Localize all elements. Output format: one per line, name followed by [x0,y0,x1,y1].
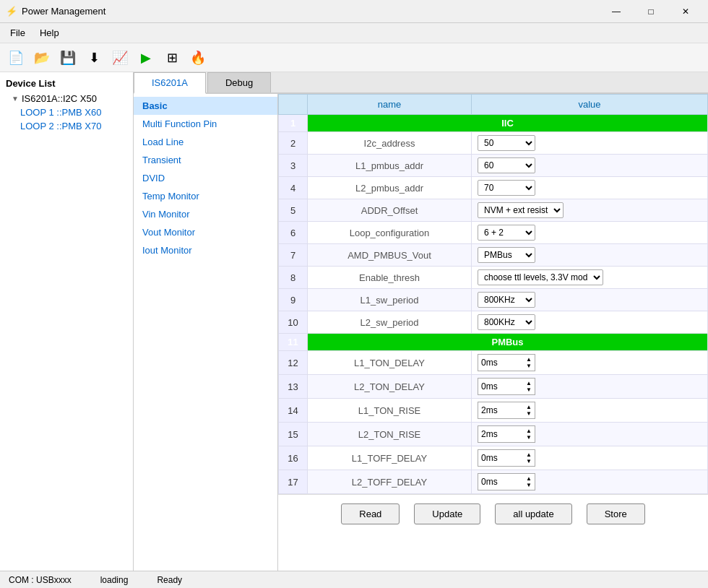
maximize-button[interactable]: □ [634,0,668,23]
device-label: IS6201A::I2C X50 [22,93,97,104]
grid-button[interactable]: ⊞ [160,46,184,69]
run-button[interactable]: ▶ [134,46,157,69]
select-Loop_configuration[interactable]: 6 + 26 + 0 [478,225,535,241]
bottom-bar: Read Update all update Store [278,494,708,533]
left-item-temp[interactable]: Temp Monitor [134,187,277,205]
chart-button[interactable]: 📈 [108,46,131,69]
select-AMD_PMBUS_Vout[interactable]: PMBusVID [478,247,535,263]
select-L1_pmbus_addr[interactable]: 606264 [478,157,535,173]
app-icon: ⚡ [6,6,17,17]
main-layout: Device List ▼ IS6201A::I2C X50 LOOP 1 ::… [0,72,708,571]
select-L1_sw_period[interactable]: 800KHz600KHz400KHz [478,292,535,308]
table-header: name value [279,95,708,115]
table-cell-value: 0ms ▲▼ [472,375,708,399]
left-item-vout[interactable]: Vout Monitor [134,223,277,241]
save-button[interactable]: 💾 [56,46,79,69]
select-ADDR_Offset[interactable]: NVM + ext resist [478,202,564,218]
table-cell-value: 0ms ▲▼ [472,446,708,470]
menu-file[interactable]: File [3,25,33,41]
store-button[interactable]: Store [587,503,645,524]
status-com: COM : USBxxxx [9,575,72,585]
spinbox-L1_TON_RISE[interactable]: 2ms ▲▼ [478,402,535,419]
menu-help[interactable]: Help [33,25,66,41]
table-cell-name: ADDR_Offset [308,199,472,222]
save-icon: 💾 [60,50,76,66]
table-cell-num: 7 [279,244,308,267]
table-cell-value: PMBusVID [472,244,708,267]
table-cell-value: 0ms ▲▼ [472,470,708,494]
select-L2_pmbus_addr[interactable]: 707274 [478,180,535,196]
update-button[interactable]: Update [414,503,480,524]
table-cell-name: L2_TOFF_DELAY [308,470,472,494]
spinbox-L2_TOFF_DELAY[interactable]: 0ms ▲▼ [478,473,535,490]
flash-icon: ⬇ [89,50,100,66]
table-cell-num: 17 [279,470,308,494]
left-item-basic[interactable]: Basic [134,97,277,115]
table-cell-num: 13 [279,375,308,399]
left-item-iout[interactable]: Iout Monitor [134,241,277,259]
spinbox-L1_TON_DELAY[interactable]: 0ms ▲▼ [478,354,535,371]
sidebar: Device List ▼ IS6201A::I2C X50 LOOP 1 ::… [0,72,134,571]
table-cell-header-name: PMBus [308,334,708,351]
table-cell-value: 707274 [472,177,708,199]
left-item-mfp[interactable]: Multi Function Pin [134,115,277,133]
status-bar: COM : USBxxxx loading Ready [0,571,708,588]
spinbox-L2_TON_DELAY[interactable]: 0ms ▲▼ [478,378,535,395]
new-icon: 📄 [8,50,24,66]
table-cell-value: choose ttl levels, 3.3V mod [472,267,708,289]
tree-loop1[interactable]: LOOP 1 ::PMB X60 [0,105,133,119]
left-item-vin[interactable]: Vin Monitor [134,205,277,223]
header-name: name [308,95,472,115]
table-cell-name: L1_sw_period [308,289,472,311]
tree-device[interactable]: ▼ IS6201A::I2C X50 [0,92,133,105]
table-cell-num: 6 [279,222,308,244]
open-button[interactable]: 📂 [30,46,53,69]
all-update-button[interactable]: all update [495,503,571,524]
table-cell-num: 16 [279,446,308,470]
tab-debug[interactable]: Debug [207,72,271,92]
content-area: IS6201A Debug Basic Multi Function Pin L… [134,72,708,571]
close-button[interactable]: ✕ [669,0,702,23]
flash-button[interactable]: ⬇ [82,46,105,69]
minimize-button[interactable]: — [600,0,633,23]
table-cell-name: Loop_configuration [308,222,472,244]
left-item-dvid[interactable]: DVID [134,169,277,187]
left-item-loadline[interactable]: Load Line [134,133,277,151]
table-cell-num: 2 [279,132,308,155]
table-cell-num: 14 [279,399,308,423]
table-cell-name: L1_TOFF_DELAY [308,446,472,470]
table-cell-value: 2ms ▲▼ [472,423,708,446]
table-cell-num: 11 [279,334,308,351]
table-cell-name: L2_pmbus_addr [308,177,472,199]
spinbox-L2_TON_RISE[interactable]: 2ms ▲▼ [478,425,535,443]
fire-button[interactable]: 🔥 [186,46,210,69]
table-cell-header-name: IIC [308,115,708,132]
select-I2c_address[interactable]: 505254 [478,135,535,151]
left-item-transient[interactable]: Transient [134,151,277,169]
table-cell-name: AMD_PMBUS_Vout [308,244,472,267]
menu-bar: File Help [0,23,708,43]
tab-is6201a[interactable]: IS6201A [134,72,206,94]
read-button[interactable]: Read [341,503,400,524]
table-cell-name: L2_TON_DELAY [308,375,472,399]
title-bar: ⚡ Power Management — □ ✕ [0,0,708,23]
table-cell-num: 15 [279,423,308,446]
spinbox-L1_TOFF_DELAY[interactable]: 0ms ▲▼ [478,449,535,467]
new-button[interactable]: 📄 [4,46,27,69]
table-cell-name: L2_TON_RISE [308,423,472,446]
status-ready: Ready [157,575,182,585]
table-cell-num: 8 [279,267,308,289]
table-cell-num: 3 [279,155,308,177]
device-list-title: Device List [0,75,133,92]
tree-loop2[interactable]: LOOP 2 ::PMB X70 [0,119,133,133]
select-Enable_thresh[interactable]: choose ttl levels, 3.3V mod [478,269,603,285]
table-cell-name: L1_TON_RISE [308,399,472,423]
table-cell-value: 606264 [472,155,708,177]
table-body: 1 IIC 2 I2c_address 505254 3 L1_pmbus_ad… [279,115,708,494]
select-L2_sw_period[interactable]: 800KHz600KHz400KHz [478,314,535,330]
tab-bar: IS6201A Debug [134,72,708,94]
toolbar: 📄 📂 💾 ⬇ 📈 ▶ ⊞ 🔥 [0,43,708,72]
status-loading: loading [100,575,129,585]
run-icon: ▶ [141,50,151,66]
open-icon: 📂 [34,50,50,66]
